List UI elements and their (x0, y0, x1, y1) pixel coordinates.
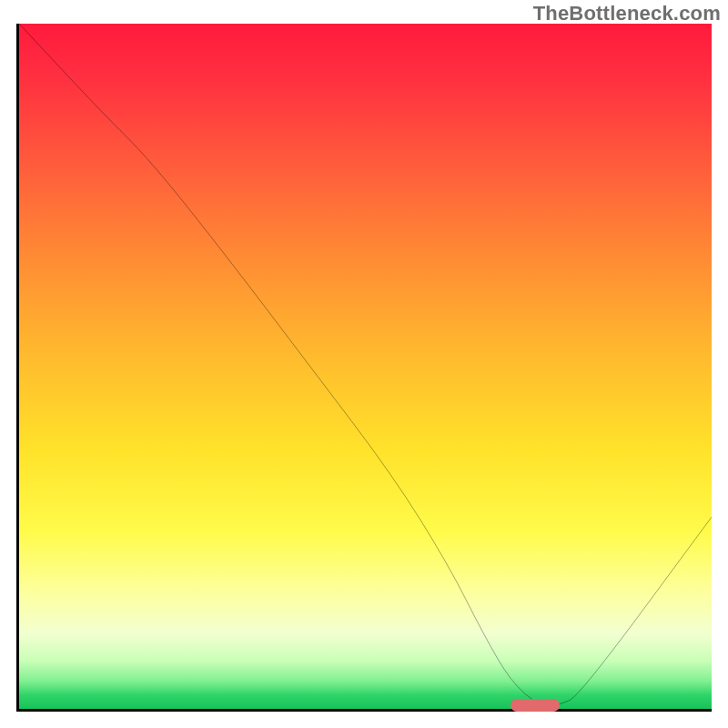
bottleneck-curve (19, 24, 712, 709)
chart-wrapper: TheBottleneck.com (0, 0, 728, 728)
plot-area (16, 24, 712, 712)
optimal-range-marker (511, 699, 559, 712)
watermark-text: TheBottleneck.com (533, 2, 721, 25)
